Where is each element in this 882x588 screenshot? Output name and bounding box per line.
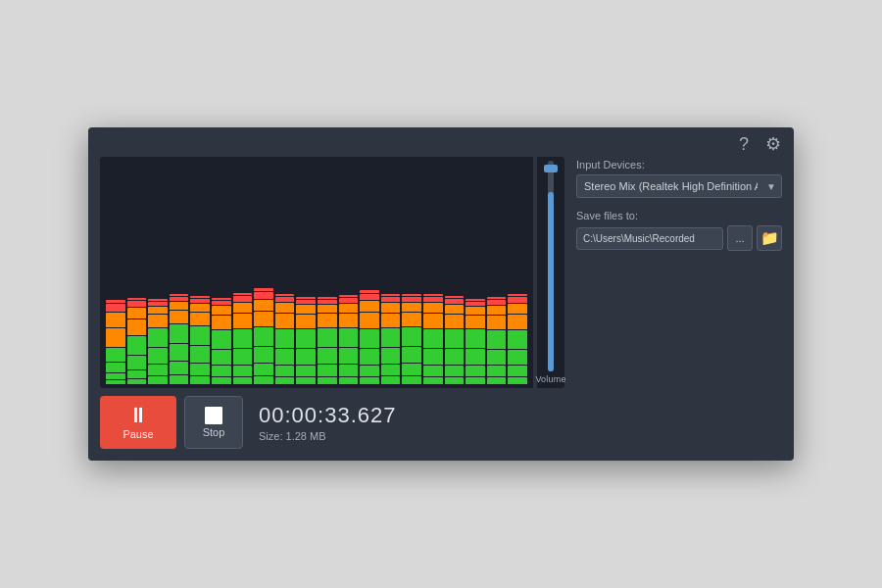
eq-bar-segment (381, 376, 401, 384)
volume-label: Volume (535, 374, 565, 384)
eq-bar-segment (318, 297, 337, 299)
bar-group (339, 295, 359, 384)
eq-bar-segment (466, 316, 485, 328)
eq-bar-segment (360, 349, 379, 365)
pause-label: Pause (122, 428, 153, 440)
eq-bar-segment (381, 294, 401, 296)
eq-bar-segment (127, 319, 147, 335)
eq-bar-segment (170, 311, 189, 323)
eq-bar-segment (106, 363, 125, 372)
eq-bar-segment (339, 328, 359, 347)
eq-bar-segment (190, 376, 210, 384)
eq-bar-segment (508, 366, 527, 376)
eq-bar-segment (381, 297, 401, 302)
save-path-input[interactable] (576, 227, 723, 250)
eq-bar-segment (254, 376, 273, 384)
volume-fill (548, 192, 554, 371)
pause-button[interactable]: ⏸ Pause (100, 396, 176, 449)
eq-bar-segment (508, 297, 527, 303)
stop-button[interactable]: Stop (184, 396, 243, 449)
eq-bar-segment (275, 349, 295, 365)
bar-group (423, 294, 443, 384)
eq-bar-segment (296, 315, 316, 328)
main-area: Volume ⏸ Pause Stop 00:00:33.627 Size: (88, 157, 794, 461)
browse-button[interactable]: ... (727, 225, 753, 251)
eq-bar-segment (318, 365, 337, 376)
eq-bar-segment (212, 306, 231, 315)
eq-bar-segment (445, 305, 465, 314)
eq-bar-segment (466, 299, 485, 301)
eq-bar-segment (487, 297, 507, 299)
eq-bar-segment (275, 366, 295, 376)
eq-bar-segment (360, 329, 379, 348)
eq-bar-segment (275, 297, 295, 302)
volume-slider-container: Volume (537, 157, 564, 388)
right-panel: Input Devices: Stereo Mix (Realtek High … (576, 157, 782, 449)
eq-bar-segment (508, 377, 527, 384)
size-display: Size: 1.28 MB (259, 430, 396, 442)
eq-bar-segment (190, 313, 210, 325)
eq-bar-segment (339, 295, 359, 297)
pause-icon: ⏸ (127, 405, 149, 426)
eq-bar-segment (466, 329, 485, 348)
eq-bar-segment (212, 366, 231, 376)
eq-bar-segment (487, 377, 507, 384)
eq-bar-segment (233, 329, 253, 348)
eq-bar-segment (466, 307, 485, 315)
save-files-section: Save files to: ... 📁 (576, 210, 782, 251)
eq-bar-segment (445, 366, 465, 376)
eq-bar-segment (275, 329, 295, 348)
eq-bar-segment (170, 302, 189, 310)
eq-bar-segment (487, 350, 507, 365)
bar-group (360, 290, 379, 384)
eq-bar-segment (360, 294, 379, 300)
eq-bar-segment (233, 293, 253, 295)
eq-bar-segment (170, 362, 189, 374)
time-display: 00:00:33.627 (259, 403, 396, 428)
help-icon[interactable]: ? (733, 133, 755, 155)
eq-bar-segment (190, 296, 210, 298)
eq-bar-segment (318, 300, 337, 304)
eq-bar-segment (212, 330, 231, 349)
eq-bar-segment (148, 307, 168, 314)
bar-group (466, 299, 485, 384)
eq-bar-segment (402, 303, 421, 312)
eq-bar-segment (360, 366, 379, 376)
eq-bar-segment (445, 349, 465, 365)
top-bar: ? ⚙ (88, 127, 794, 157)
bar-group (402, 294, 421, 384)
eq-bar-segment (233, 303, 253, 313)
eq-bar-segment (423, 314, 443, 328)
eq-bar-segment (212, 350, 231, 365)
eq-bar-segment (296, 349, 316, 365)
eq-bar-segment (275, 314, 295, 328)
device-select[interactable]: Stereo Mix (Realtek High Definition Audi… (576, 174, 782, 198)
eq-bar-segment (296, 300, 316, 304)
eq-bar-segment (254, 327, 273, 346)
eq-bar-segment (127, 336, 147, 355)
eq-bar-segment (254, 364, 273, 375)
eq-bar-segment (466, 302, 485, 306)
eq-bar-segment (508, 304, 527, 314)
eq-bar-segment (148, 299, 168, 301)
size-label: Size: (259, 430, 282, 442)
settings-icon[interactable]: ⚙ (762, 133, 784, 155)
bar-group (487, 297, 507, 384)
open-folder-button[interactable]: 📁 (757, 225, 782, 251)
eq-bar-segment (318, 314, 337, 327)
bar-group (170, 294, 189, 384)
eq-bar-segment (170, 294, 189, 296)
eq-bar-segment (339, 304, 359, 313)
stop-label: Stop (203, 426, 225, 438)
eq-bar-segment (402, 376, 421, 384)
input-devices-section: Input Devices: Stereo Mix (Realtek High … (576, 159, 782, 198)
device-select-wrapper: Stereo Mix (Realtek High Definition Audi… (576, 174, 782, 198)
eq-bar-segment (148, 328, 168, 347)
eq-bar-segment (381, 328, 401, 347)
eq-bar-segment (212, 316, 231, 329)
bar-group (127, 298, 147, 384)
save-row: ... 📁 (576, 225, 782, 251)
eq-bar-segment (402, 313, 421, 326)
volume-thumb[interactable] (544, 165, 558, 172)
eq-bar-segment (233, 314, 253, 328)
